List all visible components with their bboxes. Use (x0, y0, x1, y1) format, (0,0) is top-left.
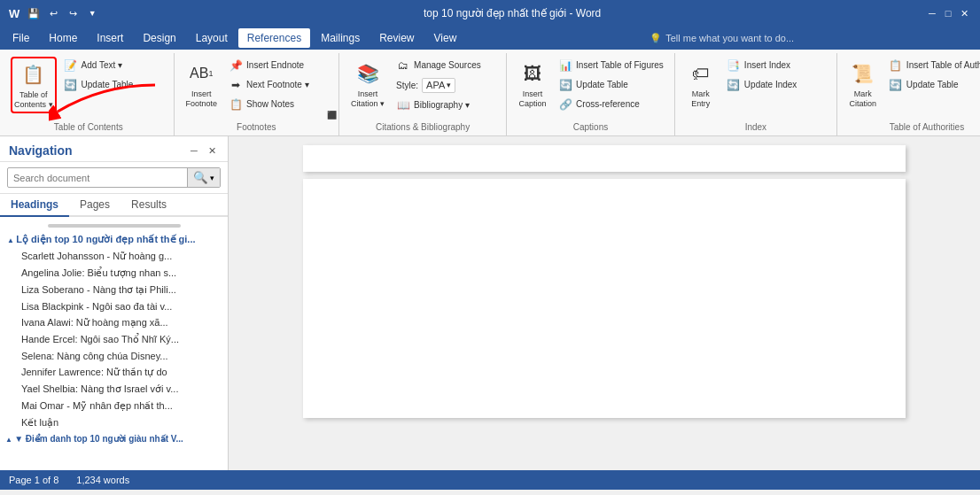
manage-sources-button[interactable]: 🗂 Manage Sources (393, 57, 499, 74)
insert-footnote-button[interactable]: AB1 InsertFootnote (182, 57, 222, 112)
save-button[interactable]: 💾 (27, 6, 41, 20)
ribbon-wrapper: 📋 Table ofContents ▾ 📝 Add Text ▾ 🔄 Upda… (0, 50, 980, 136)
nav-item-2[interactable]: Angelina Jolie: Biểu tượng nhan s... (0, 265, 228, 282)
nav-item-4[interactable]: Lisa Blackpink - Ngôi sao đa tài v... (0, 298, 228, 314)
customize-button[interactable]: ▼ (85, 6, 99, 20)
search-button[interactable]: 🔍 ▾ (187, 168, 220, 187)
citations-small-btns: 🗂 Manage Sources Style: APA ▾ 📖 (393, 57, 499, 114)
quick-access-toolbar: 💾 ↩ ↪ ▼ (27, 6, 99, 20)
insert-caption-button[interactable]: 🖼 InsertCaption (514, 57, 551, 112)
title-bar-left: W 💾 ↩ ↪ ▼ (9, 6, 99, 20)
nav-item-9[interactable]: Yael Shelbia: Nàng thơ Israel với v... (0, 381, 228, 398)
document-area (229, 136, 980, 470)
nav-item-8[interactable]: Jennifer Lawrence: Nữ thần tự do (0, 364, 228, 381)
tab-results[interactable]: Results (121, 194, 177, 217)
ribbon: 📋 Table ofContents ▾ 📝 Add Text ▾ 🔄 Upda… (0, 50, 980, 136)
nav-item-6[interactable]: Hande Ercel: Ngôi sao Thổ Nhĩ Ký... (0, 331, 228, 348)
main-area: Navigation ─ ✕ 🔍 ▾ Headings Pages (0, 136, 980, 470)
ribbon-group-captions: 🖼 InsertCaption 📊 Insert Table of Figure… (507, 53, 675, 135)
ribbon-group-index: 🏷 MarkEntry 📑 Insert Index 🔄 Update Inde… (675, 53, 837, 135)
insert-auth-icon: 📋 (889, 58, 903, 73)
tab-pages[interactable]: Pages (69, 194, 121, 217)
menu-design[interactable]: Design (134, 28, 184, 48)
title-bar: W 💾 ↩ ↪ ▼ top 10 người đẹp nhất thế giới… (0, 0, 980, 27)
menu-mailings[interactable]: Mailings (312, 28, 369, 48)
word-icon: W (9, 7, 19, 20)
nav-close-button[interactable]: ✕ (205, 143, 219, 158)
maximize-button[interactable]: □ (941, 6, 955, 20)
update-table-icon: 🔄 (64, 78, 78, 92)
toc-label: Table ofContents ▾ (14, 90, 53, 110)
nav-panel-title: Navigation (9, 143, 73, 158)
footnotes-expand[interactable]: ⬛ (327, 111, 337, 120)
table-of-contents-button[interactable]: 📋 Table ofContents ▾ (11, 57, 57, 113)
window-controls: ─ □ ✕ (925, 6, 971, 20)
insert-table-auth-button[interactable]: 📋 Insert Table of Authorities (885, 57, 980, 74)
update-index-button[interactable]: 🔄 Update Index (723, 76, 829, 94)
search-input[interactable] (8, 170, 187, 186)
nav-panel-header: Navigation ─ ✕ (0, 136, 228, 162)
nav-item-5[interactable]: Ivana Alawi: Nữ hoàng mạng xã... (0, 314, 228, 331)
nav-item-3[interactable]: Liza Soberano - Nàng thơ tại Phili... (0, 282, 228, 298)
index-group-label: Index (675, 122, 836, 132)
app-window: W 💾 ↩ ↪ ▼ top 10 người đẹp nhất thế giới… (0, 0, 980, 490)
nav-minimize-button[interactable]: ─ (187, 143, 201, 158)
nav-item-7[interactable]: Selena: Nàng công chúa Disney... (0, 348, 228, 364)
document-title: top 10 người đẹp nhất thế giới - Word (99, 7, 925, 19)
citation-icon: 📚 (354, 59, 382, 88)
ribbon-group-citations: 📚 InsertCitation ▾ 🗂 Manage Sources Styl… (339, 53, 507, 135)
nav-item-12[interactable]: ▼ Điểm danh top 10 người giàu nhất V... (0, 431, 228, 446)
endnote-icon: 📌 (229, 58, 243, 73)
menu-file[interactable]: File (4, 28, 38, 48)
insert-endnote-button[interactable]: 📌 Insert Endnote (225, 57, 331, 74)
index-small-btns: 📑 Insert Index 🔄 Update Index (723, 57, 829, 94)
redo-button[interactable]: ↪ (66, 6, 80, 20)
document-page-top (303, 145, 906, 172)
menu-home[interactable]: Home (40, 28, 86, 48)
style-button[interactable]: Style: APA ▾ (393, 76, 499, 95)
add-text-button[interactable]: 📝 Add Text ▾ (60, 57, 167, 74)
ribbon-group-toc: 📋 Table ofContents ▾ 📝 Add Text ▾ 🔄 Upda… (4, 53, 175, 135)
status-bar: Page 1 of 8 1,234 words (0, 470, 980, 490)
update-table-fig-button[interactable]: 🔄 Update Table (555, 76, 667, 94)
manage-sources-icon: 🗂 (396, 58, 410, 73)
bibliography-button[interactable]: 📖 Bibliography ▾ (393, 97, 499, 114)
toc-small-btns: 📝 Add Text ▾ 🔄 Update Table (60, 57, 167, 94)
close-button[interactable]: ✕ (957, 6, 971, 20)
mark-entry-button[interactable]: 🏷 MarkEntry (682, 57, 719, 112)
search-dropdown[interactable]: ▾ (210, 174, 214, 182)
captions-group-label: Captions (507, 122, 674, 132)
update-table-auth-button[interactable]: 🔄 Update Table (885, 76, 980, 94)
search-input-wrapper: 🔍 ▾ (7, 167, 221, 188)
menu-insert[interactable]: Insert (88, 28, 132, 48)
nav-tabs: Headings Pages Results (0, 194, 228, 217)
minimize-button[interactable]: ─ (925, 6, 939, 20)
insert-citation-button[interactable]: 📚 InsertCitation ▾ (346, 57, 389, 112)
insert-index-button[interactable]: 📑 Insert Index (723, 57, 829, 74)
show-notes-button[interactable]: 📋 Show Notes (225, 96, 331, 113)
menu-layout[interactable]: Layout (187, 28, 237, 48)
menu-review[interactable]: Review (370, 28, 423, 48)
nav-item-0[interactable]: Lộ diện top 10 người đẹp nhất thế gi... (0, 231, 228, 248)
authorities-group-label: Table of Authorities (837, 122, 980, 132)
mark-citation-icon: 📜 (849, 59, 877, 88)
menu-view[interactable]: View (425, 28, 466, 48)
lightbulb-icon: 💡 (649, 33, 662, 44)
next-footnote-button[interactable]: ➡ Next Footnote ▾ (225, 76, 331, 94)
nav-item-11[interactable]: Kết luận (0, 414, 228, 431)
update-index-icon: 🔄 (727, 78, 741, 92)
cross-reference-button[interactable]: 🔗 Cross-reference (555, 96, 667, 113)
nav-panel-controls: ─ ✕ (187, 143, 219, 158)
undo-button[interactable]: ↩ (46, 6, 60, 20)
mark-citation-button[interactable]: 📜 MarkCitation (844, 57, 882, 112)
nav-item-1[interactable]: Scarlett Johansson - Nữ hoàng g... (0, 248, 228, 265)
tell-me-bar[interactable]: 💡 Tell me what you want to do... (467, 33, 976, 44)
menu-references[interactable]: References (238, 28, 310, 48)
toc-icon: 📋 (19, 60, 48, 89)
update-table-button[interactable]: 🔄 Update Table (60, 76, 167, 94)
insert-table-figures-button[interactable]: 📊 Insert Table of Figures (555, 57, 667, 74)
tab-headings[interactable]: Headings (0, 194, 69, 217)
nav-item-10[interactable]: Mai Omar - Mỹ nhân đẹp nhất th... (0, 398, 228, 414)
style-select[interactable]: APA ▾ (422, 78, 455, 93)
footnotes-group-label: Footnotes (175, 122, 339, 132)
